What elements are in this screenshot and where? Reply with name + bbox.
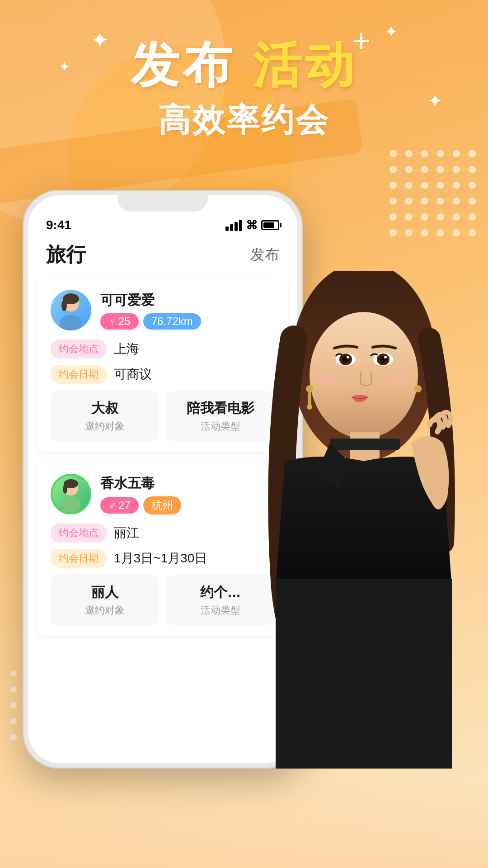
target-label-2: 遨约对象 [60,604,150,617]
target-col-2: 丽人 遨约对象 [51,575,159,625]
svg-point-24 [389,213,397,221]
svg-point-56 [10,734,17,740]
status-time: 9:41 [46,218,71,232]
svg-point-18 [389,198,397,205]
svg-point-8 [421,166,428,173]
svg-point-22 [453,198,460,205]
target-col-1: 大叔 遨约对象 [51,391,159,441]
svg-point-10 [453,166,460,173]
battery-icon [261,220,279,230]
girl-portrait [239,271,488,769]
svg-point-51 [10,718,17,724]
svg-point-33 [437,229,444,236]
svg-point-69 [63,485,67,494]
user-info-2: 香水五毒 ♂ 27 杭州 [100,474,181,514]
svg-point-75 [347,356,349,359]
location-value-1: 上海 [114,340,139,358]
publish-button[interactable]: 发布 [250,245,279,265]
city-tag-2: 杭州 [143,496,181,514]
svg-point-17 [469,182,476,189]
header-section: 发布 活动 高效率约会 [0,41,488,142]
avatar-2 [51,474,91,514]
header-main: 发布 活动 [0,41,488,90]
svg-point-30 [389,229,397,236]
svg-point-12 [389,182,397,189]
target-value-1: 大叔 [60,399,150,418]
avatar-1 [51,290,91,330]
svg-point-13 [405,182,413,189]
svg-point-32 [421,229,428,236]
svg-point-2 [421,150,428,157]
svg-point-20 [421,198,428,205]
svg-point-14 [421,182,428,189]
svg-point-3 [437,150,444,157]
svg-point-5 [469,150,476,157]
battery-fill [263,222,274,228]
svg-point-81 [385,373,410,387]
svg-point-87 [414,385,422,392]
target-value-2: 丽人 [60,583,150,602]
svg-rect-88 [276,579,452,769]
svg-point-36 [10,670,17,677]
svg-point-4 [453,150,460,157]
gender-icon-1: ♀ [108,315,117,328]
signal-bars-icon [225,220,242,231]
username-1: 可可爱爱 [100,291,201,310]
date-label-2: 约会日期 [51,549,107,568]
svg-point-62 [60,315,82,330]
svg-point-67 [61,497,81,513]
date-value-1: 可商议 [114,366,152,383]
svg-point-29 [469,213,476,221]
bar4 [239,220,242,231]
svg-point-31 [405,229,413,236]
svg-point-46 [10,702,17,708]
location-label-1: 约会地点 [51,340,107,359]
bottom-fade [0,778,488,868]
svg-point-6 [389,166,397,173]
svg-point-65 [61,300,67,311]
dots-pattern-top-right [384,145,483,244]
user-tags-1: ♀ 25 76.72km [100,313,201,330]
svg-point-27 [437,213,444,221]
age-1: 25 [118,315,131,328]
wifi-icon: ⌘ [246,218,258,232]
location-label-2: 约会地点 [51,524,107,542]
svg-point-80 [317,373,343,387]
bar3 [235,222,238,231]
header-yellow-text: 活动 [253,38,357,92]
user-info-1: 可可爱爱 ♀ 25 76.72km [100,291,201,330]
svg-point-1 [405,150,413,157]
app-title: 旅行 [46,241,86,268]
phone-notch [117,195,208,212]
status-icons: ⌘ [225,218,279,232]
date-label-1: 约会日期 [51,365,107,384]
location-value-2: 丽江 [114,524,139,542]
svg-point-23 [469,198,476,205]
username-2: 香水五毒 [100,474,181,493]
header-white-text: 发布 [131,38,235,92]
user-tags-2: ♂ 27 杭州 [100,496,181,514]
svg-point-26 [421,213,428,221]
svg-rect-85 [308,392,311,406]
target-label-1: 遨约对象 [60,420,150,433]
svg-point-84 [306,385,313,392]
svg-rect-83 [330,439,400,450]
age-2: 27 [118,499,131,512]
svg-point-86 [307,404,312,410]
svg-point-28 [453,213,460,221]
svg-point-79 [384,356,387,359]
date-value-2: 1月3日~1月30日 [114,550,207,567]
distance-tag-1: 76.72km [143,313,201,330]
svg-point-15 [437,182,444,189]
gender-age-tag-2: ♂ 27 [100,497,139,514]
svg-point-41 [10,686,17,693]
svg-point-21 [437,198,444,205]
girl-portrait-svg [239,271,488,769]
svg-point-9 [437,166,444,173]
svg-point-11 [469,166,476,173]
svg-point-35 [469,229,476,236]
bar2 [230,224,233,231]
svg-point-34 [453,229,460,236]
header-subtitle: 高效率约会 [0,99,488,142]
star-icon-3: ✦ [385,23,398,41]
